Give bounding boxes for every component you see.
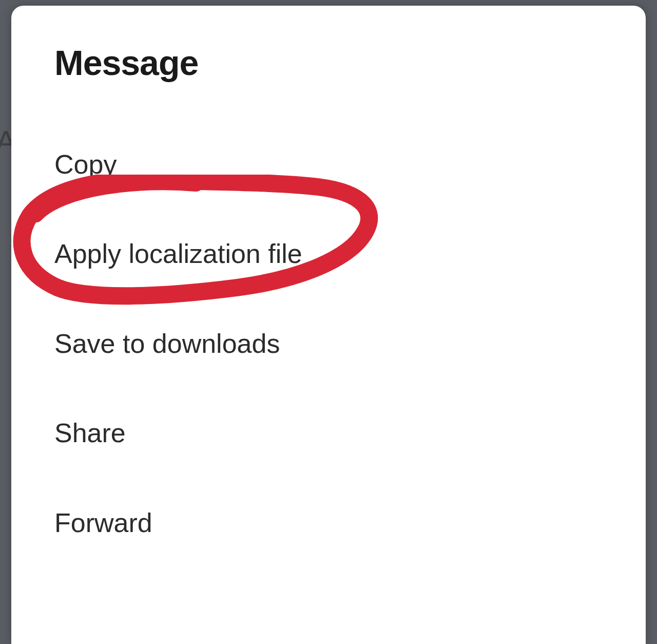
dialog-title: Message: [54, 43, 603, 83]
message-context-menu: Message Copy Apply localization file Sav…: [11, 6, 646, 644]
menu-item-share[interactable]: Share: [54, 417, 603, 449]
menu-item-forward[interactable]: Forward: [54, 507, 603, 539]
menu-item-apply-localization-file[interactable]: Apply localization file: [54, 238, 603, 270]
menu-item-save-to-downloads[interactable]: Save to downloads: [54, 328, 603, 359]
menu-item-copy[interactable]: Copy: [54, 148, 603, 180]
